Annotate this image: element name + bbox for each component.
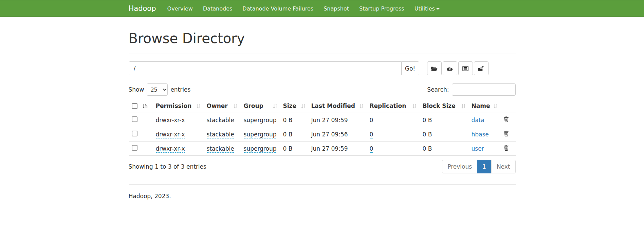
column-header-name[interactable]: Name xyxy=(468,100,501,113)
directory-name-link[interactable]: hbase xyxy=(472,131,489,138)
group-editable[interactable]: supergroup xyxy=(244,131,277,138)
brand-hadoop[interactable]: Hadoop xyxy=(129,4,162,13)
block-size-value: 0 B xyxy=(423,117,432,124)
row-checkbox[interactable] xyxy=(132,145,137,151)
table-search-input[interactable] xyxy=(452,83,516,96)
column-header-last-modified[interactable]: Last Modified xyxy=(308,100,367,113)
trash-icon xyxy=(504,116,509,122)
nav-item-snapshot[interactable]: Snapshot xyxy=(318,1,354,17)
previous-page-link[interactable]: Previous xyxy=(442,160,477,173)
entries-label: entries xyxy=(170,86,190,93)
column-label: Name xyxy=(472,102,490,109)
pagination-page-1[interactable]: 1 xyxy=(477,160,492,173)
sort-ascending-icon xyxy=(142,103,148,109)
go-button[interactable]: Go! xyxy=(401,61,419,75)
sort-both-icon xyxy=(412,104,417,109)
column-header-permission[interactable]: Permission xyxy=(153,100,204,113)
block-size-value: 0 B xyxy=(423,131,432,138)
sort-both-icon xyxy=(196,104,201,109)
nav-item-startup-progress[interactable]: Startup Progress xyxy=(354,1,409,17)
trash-icon xyxy=(504,131,509,136)
nav-dropdown-utilities[interactable]: Utilities xyxy=(409,1,445,17)
delete-button[interactable] xyxy=(504,145,509,152)
folder-move-icon xyxy=(478,66,484,71)
group-editable[interactable]: supergroup xyxy=(244,117,277,124)
permission-editable[interactable]: drwxr-xr-x xyxy=(156,117,185,124)
column-header-select-all[interactable] xyxy=(129,100,153,113)
sort-both-icon xyxy=(359,104,364,109)
column-label: Block Size xyxy=(423,102,456,109)
last-modified-value: Jun 27 09:59 xyxy=(311,145,348,152)
owner-editable[interactable]: stackable xyxy=(207,145,234,153)
sort-both-icon xyxy=(301,104,306,109)
replication-editable[interactable]: 0 xyxy=(370,131,373,138)
page-title: Browse Directory xyxy=(129,31,516,46)
table-row: drwxr-xr-x stackable supergroup 0 B Jun … xyxy=(129,127,516,142)
owner-editable[interactable]: stackable xyxy=(207,131,234,138)
nav-item-overview[interactable]: Overview xyxy=(162,1,198,17)
move-directory-button[interactable] xyxy=(474,61,489,75)
page-1-link[interactable]: 1 xyxy=(477,160,492,173)
select-all-checkbox[interactable] xyxy=(132,103,137,109)
column-header-owner[interactable]: Owner xyxy=(204,100,241,113)
path-bar: Go! xyxy=(129,61,516,75)
table-info-text: Showing 1 to 3 of 3 entries xyxy=(129,163,206,170)
page-length-control: Show 25 entries xyxy=(129,83,191,96)
nav-item-datanodes[interactable]: Datanodes xyxy=(198,1,237,17)
upload-files-button[interactable] xyxy=(443,61,457,75)
cloud-upload-icon xyxy=(446,66,453,71)
column-label: Group xyxy=(244,102,263,109)
directory-table: Permission Owner Group Size Last Modifie… xyxy=(129,100,516,156)
size-value: 0 B xyxy=(283,145,293,152)
title-divider xyxy=(129,54,516,54)
show-label: Show xyxy=(129,86,144,93)
nav-item-datanode-volume-failures[interactable]: Datanode Volume Failures xyxy=(237,1,318,17)
path-input-group: Go! xyxy=(129,61,419,75)
datatable-controls: Show 25 entries Search: xyxy=(129,83,516,96)
pagination-next[interactable]: Next xyxy=(492,160,516,173)
row-checkbox[interactable] xyxy=(132,131,137,136)
size-value: 0 B xyxy=(283,131,293,138)
create-directory-button[interactable] xyxy=(427,61,442,75)
replication-editable[interactable]: 0 xyxy=(370,145,373,153)
size-value: 0 B xyxy=(283,117,293,124)
directory-name-link[interactable]: data xyxy=(472,117,484,124)
sort-both-icon xyxy=(493,104,498,109)
column-label: Permission xyxy=(156,102,192,109)
cut-paste-button[interactable] xyxy=(458,61,473,75)
datatable-footer: Showing 1 to 3 of 3 entries Previous 1 N… xyxy=(129,160,516,173)
permission-editable[interactable]: drwxr-xr-x xyxy=(156,145,185,153)
footer-text: Hadoop, 2023. xyxy=(129,185,516,213)
owner-editable[interactable]: stackable xyxy=(207,117,234,124)
column-header-group[interactable]: Group xyxy=(241,100,280,113)
column-label: Owner xyxy=(207,102,228,109)
navbar-links: Overview Datanodes Datanode Volume Failu… xyxy=(162,1,445,17)
table-search-control: Search: xyxy=(427,83,515,96)
delete-button[interactable] xyxy=(504,131,509,137)
caret-down-icon xyxy=(436,8,440,10)
directory-path-input[interactable] xyxy=(129,61,402,75)
page-length-select[interactable]: 25 xyxy=(147,83,168,96)
directory-name-link[interactable]: user xyxy=(472,145,484,152)
column-label: Last Modified xyxy=(311,102,355,109)
search-label: Search: xyxy=(427,86,449,93)
last-modified-value: Jun 27 09:59 xyxy=(311,117,348,124)
group-editable[interactable]: supergroup xyxy=(244,145,277,153)
replication-editable[interactable]: 0 xyxy=(370,117,373,124)
folder-open-icon xyxy=(431,66,438,71)
block-size-value: 0 B xyxy=(423,145,432,152)
table-row: drwxr-xr-x stackable supergroup 0 B Jun … xyxy=(129,142,516,156)
pagination-previous[interactable]: Previous xyxy=(442,160,477,173)
permission-editable[interactable]: drwxr-xr-x xyxy=(156,131,185,138)
column-label: Replication xyxy=(370,102,406,109)
trash-icon xyxy=(504,145,509,151)
sort-both-icon xyxy=(273,104,277,109)
sort-both-icon xyxy=(461,104,466,109)
delete-button[interactable] xyxy=(504,116,509,123)
sort-both-icon xyxy=(233,104,238,109)
column-header-replication[interactable]: Replication xyxy=(367,100,420,113)
next-page-link[interactable]: Next xyxy=(491,160,516,173)
row-checkbox[interactable] xyxy=(132,116,137,122)
column-header-size[interactable]: Size xyxy=(280,100,308,113)
column-header-block-size[interactable]: Block Size xyxy=(420,100,468,113)
